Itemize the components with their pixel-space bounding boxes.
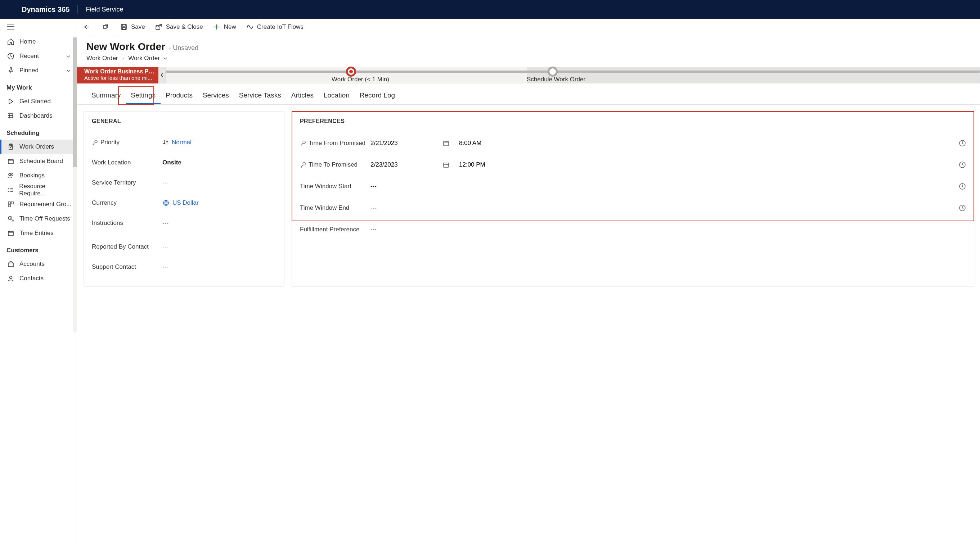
nav-label: Schedule Board [19, 158, 63, 165]
nav-pinned[interactable]: Pinned [0, 63, 77, 78]
label-service-territory: Service Territory [92, 179, 136, 186]
nav-label: Recent [19, 52, 39, 60]
save-close-button[interactable]: Save & Close [150, 19, 208, 35]
bpf-collapse-button[interactable] [158, 67, 165, 84]
label-time-to: Time To Promised [309, 161, 358, 168]
value-time-from-time: 8:00 AM [459, 140, 481, 147]
nav-home[interactable]: Home [0, 35, 77, 49]
form-name: Work Order [128, 55, 160, 62]
page-header: New Work Order - Unsaved Work Order · Wo… [77, 35, 980, 65]
back-button[interactable] [77, 19, 96, 35]
label-fulfillment: Fulfillment Preference [300, 226, 359, 233]
field-priority[interactable]: Normal [162, 139, 191, 146]
clock-icon[interactable] [959, 161, 966, 168]
field-reported-by[interactable]: --- [162, 243, 169, 251]
key-icon [92, 139, 98, 146]
field-time-to-time[interactable]: 12:00 PM [459, 161, 538, 168]
nav-dashboards[interactable]: Dashboards [0, 109, 77, 123]
nav-accounts[interactable]: Accounts [0, 257, 77, 271]
field-service-territory[interactable]: --- [162, 179, 169, 186]
button-label: Save [131, 24, 145, 30]
field-currency[interactable]: US Dollar [162, 199, 199, 206]
nav-time-entries[interactable]: Time Entries [0, 226, 77, 240]
command-bar: Save Save & Close New Create IoT Flows [77, 19, 980, 35]
tab-service-tasks[interactable]: Service Tasks [234, 88, 286, 104]
clock-icon[interactable] [959, 183, 966, 190]
bpf-stage-1[interactable] [346, 67, 356, 77]
sidebar: Home Recent Pinned My Work Get Started D… [0, 19, 77, 544]
field-time-from-date[interactable]: 2/21/2023 [371, 140, 442, 147]
hamburger-button[interactable] [0, 19, 77, 35]
section-scheduling: Scheduling [0, 123, 77, 140]
nav-bookings[interactable]: Bookings [0, 168, 77, 183]
save-button[interactable]: Save [115, 19, 150, 35]
accounts-icon [7, 260, 14, 268]
home-icon [7, 38, 14, 45]
nav-contacts[interactable]: Contacts [0, 271, 77, 285]
clipboard-icon [7, 143, 14, 151]
clock-icon[interactable] [959, 205, 966, 211]
field-window-end[interactable]: --- [371, 205, 442, 211]
key-icon [300, 162, 306, 168]
new-button[interactable]: New [208, 19, 241, 35]
timeoff-icon [7, 215, 14, 222]
label-window-start: Time Window Start [300, 183, 352, 190]
value-time-to-date: 2/23/2023 [371, 161, 398, 168]
field-time-to-date[interactable]: 2/23/2023 [371, 161, 442, 168]
button-label: Save & Close [166, 24, 203, 30]
value-support-contact: --- [162, 263, 169, 271]
tab-location[interactable]: Location [319, 88, 355, 104]
nav-label: Bookings [19, 172, 45, 179]
bpf-track: Work Order (< 1 Min) Schedule Work Order [165, 67, 980, 84]
grid-icon [7, 201, 14, 208]
field-work-location[interactable]: Onsite [162, 159, 181, 166]
calendar-icon[interactable] [442, 140, 450, 147]
popout-icon [102, 24, 109, 30]
value-fulfillment: --- [371, 226, 377, 233]
nav-work-orders[interactable]: Work Orders [0, 140, 77, 154]
tab-products[interactable]: Products [161, 88, 198, 104]
section-my-work: My Work [0, 78, 77, 94]
nav-recent[interactable]: Recent [0, 49, 77, 63]
chevron-left-icon [159, 72, 165, 78]
open-button[interactable] [96, 19, 115, 35]
field-time-from-time[interactable]: 8:00 AM [459, 140, 538, 147]
nav-schedule-board[interactable]: Schedule Board [0, 154, 77, 168]
field-fulfillment[interactable]: --- [371, 226, 442, 233]
bpf-stage-2[interactable] [547, 67, 558, 77]
contact-icon [7, 275, 14, 282]
field-instructions[interactable]: --- [162, 219, 169, 227]
dashboard-icon [7, 112, 14, 119]
brand: Dynamics 365 [22, 5, 70, 14]
sidebar-scrollbar-thumb[interactable] [73, 37, 77, 167]
tab-articles[interactable]: Articles [286, 88, 319, 104]
topbar-divider [77, 5, 78, 14]
app-area[interactable]: Field Service [86, 6, 123, 13]
nav-time-off[interactable]: Time Off Requests [0, 211, 77, 226]
calendar-icon[interactable] [442, 161, 450, 168]
clock-icon[interactable] [959, 140, 966, 147]
bpf-active-stage[interactable]: Work Order Business Pro... Active for le… [77, 67, 165, 84]
separator: · [123, 55, 124, 62]
field-window-start[interactable]: --- [371, 183, 442, 190]
value-currency: US Dollar [172, 199, 199, 206]
form-selector[interactable]: Work Order [128, 55, 169, 62]
entity-name: Work Order [86, 55, 118, 62]
nav-label: Time Entries [19, 230, 54, 237]
nav-requirement-groups[interactable]: Requirement Gro... [0, 197, 77, 211]
nav-label: Dashboards [19, 112, 52, 119]
save-close-icon [155, 24, 162, 30]
nav-get-started[interactable]: Get Started [0, 94, 77, 109]
sort-icon [162, 139, 169, 146]
tab-services[interactable]: Services [198, 88, 234, 104]
bpf-stage-2-label: Schedule Work Order [527, 76, 585, 83]
key-icon [300, 140, 306, 146]
label-support-contact: Support Contact [92, 263, 136, 271]
panel-title-preferences: PREFERENCES [300, 118, 966, 124]
field-support-contact[interactable]: --- [162, 263, 169, 271]
tab-record-log[interactable]: Record Log [355, 88, 400, 104]
value-priority: Normal [172, 139, 191, 146]
value-window-end: --- [371, 205, 377, 211]
nav-resource-requirements[interactable]: Resource Require... [0, 183, 77, 197]
create-iot-button[interactable]: Create IoT Flows [241, 19, 309, 35]
